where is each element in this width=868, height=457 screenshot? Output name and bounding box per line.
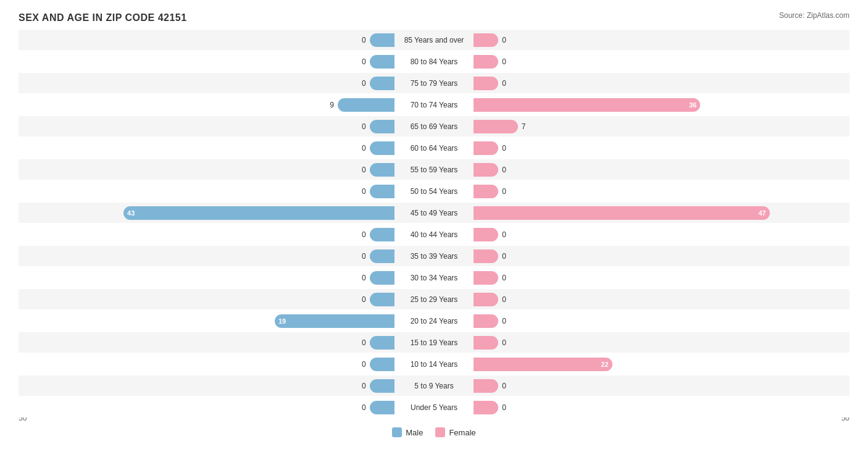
male-bar — [370, 55, 394, 69]
female-bar: 36 — [474, 98, 700, 112]
male-side: 0 — [19, 55, 397, 69]
female-side: 0 — [471, 33, 849, 47]
age-label: 5 to 9 Years — [397, 382, 472, 390]
chart-row: 055 to 59 Years0 — [19, 159, 849, 180]
chart-row: 015 to 19 Years0 — [19, 332, 849, 353]
female-value-outside: 0 — [502, 295, 506, 304]
female-bar — [474, 55, 498, 69]
chart-row: 010 to 14 Years22 — [19, 354, 849, 374]
age-label: 70 to 74 Years — [397, 101, 472, 109]
female-side: 0 — [471, 228, 849, 241]
male-value-outside: 0 — [362, 187, 366, 196]
male-value-outside: 0 — [362, 360, 366, 369]
male-value-outside: 0 — [362, 57, 366, 66]
male-bar — [370, 401, 394, 414]
female-side: 0 — [471, 55, 849, 69]
chart-title: SEX AND AGE IN ZIP CODE 42151 — [19, 12, 849, 23]
female-value: 22 — [601, 361, 608, 368]
female-side: 0 — [471, 336, 849, 350]
male-side: 0 — [19, 401, 397, 414]
chart-area: 085 Years and over0080 to 84 Years0075 t… — [19, 30, 849, 413]
female-value-outside: 0 — [502, 403, 506, 412]
legend-female-box — [435, 427, 445, 437]
female-side: 0 — [471, 379, 849, 393]
male-value-outside: 0 — [362, 79, 366, 88]
chart-row: 970 to 74 Years36 — [19, 94, 849, 115]
male-value-outside: 0 — [362, 230, 366, 239]
male-bar: 19 — [275, 314, 394, 328]
age-label: Under 5 Years — [397, 403, 472, 412]
chart-row: 030 to 34 Years0 — [19, 267, 849, 288]
male-bar — [370, 271, 394, 285]
legend-male-box — [392, 427, 402, 437]
male-bar — [370, 293, 394, 306]
male-value: 43 — [127, 209, 135, 217]
female-bar — [474, 33, 498, 47]
male-side: 0 — [19, 336, 397, 350]
age-label: 45 to 49 Years — [397, 209, 472, 217]
age-label: 10 to 14 Years — [397, 360, 472, 369]
female-bar — [474, 163, 498, 177]
age-label: 20 to 24 Years — [397, 317, 472, 325]
female-bar — [474, 141, 498, 155]
female-bar — [474, 401, 498, 414]
male-value-outside: 0 — [362, 36, 366, 44]
source-label: Source: ZipAtlas.com — [779, 11, 849, 20]
chart-container: SEX AND AGE IN ZIP CODE 42151 Source: Zi… — [0, 0, 868, 457]
age-label: 85 Years and over — [397, 36, 472, 44]
female-value: 36 — [689, 101, 696, 109]
chart-row: 065 to 69 Years7 — [19, 116, 849, 136]
female-side: 0 — [471, 293, 849, 306]
female-bar — [474, 336, 498, 350]
male-bar — [370, 336, 394, 350]
male-bar — [370, 249, 394, 263]
male-bar — [338, 98, 394, 112]
chart-row: 050 to 54 Years0 — [19, 181, 849, 201]
female-bar — [474, 228, 498, 241]
female-value-outside: 0 — [502, 274, 506, 282]
legend: Male Female — [19, 427, 849, 437]
age-label: 35 to 39 Years — [397, 252, 472, 261]
chart-row: 025 to 29 Years0 — [19, 289, 849, 309]
male-value-outside: 9 — [330, 101, 334, 109]
age-label: 30 to 34 Years — [397, 274, 472, 282]
female-bar — [474, 271, 498, 285]
male-side: 0 — [19, 33, 397, 47]
male-side: 0 — [19, 379, 397, 393]
female-side: 0 — [471, 141, 849, 155]
male-side: 0 — [19, 163, 397, 177]
female-value: 47 — [758, 209, 766, 217]
female-bar — [474, 314, 498, 328]
female-value-outside: 0 — [502, 187, 506, 196]
female-value-outside: 0 — [502, 252, 506, 261]
male-bar — [370, 120, 394, 133]
male-value-outside: 0 — [362, 166, 366, 174]
male-side: 0 — [19, 77, 397, 90]
legend-female: Female — [435, 427, 475, 437]
female-value-outside: 0 — [502, 338, 506, 347]
male-bar — [370, 228, 394, 241]
age-label: 65 to 69 Years — [397, 122, 472, 131]
female-bar: 47 — [474, 206, 769, 220]
female-value-outside: 0 — [502, 144, 506, 153]
male-bar — [370, 358, 394, 371]
female-value-outside: 0 — [502, 230, 506, 239]
female-value-outside: 0 — [502, 166, 506, 174]
male-side: 0 — [19, 293, 397, 306]
male-bar — [370, 163, 394, 177]
male-side: 0 — [19, 358, 397, 371]
female-side: 0 — [471, 401, 849, 414]
female-side: 0 — [471, 271, 849, 285]
age-label: 80 to 84 Years — [397, 57, 472, 66]
age-label: 15 to 19 Years — [397, 338, 472, 347]
male-value-outside: 0 — [362, 144, 366, 153]
legend-male: Male — [392, 427, 423, 437]
male-side: 9 — [19, 98, 397, 112]
male-value: 19 — [278, 317, 286, 325]
female-side: 22 — [471, 358, 849, 371]
female-side: 0 — [471, 77, 849, 90]
chart-row: 035 to 39 Years0 — [19, 246, 849, 266]
female-side: 47 — [471, 206, 849, 220]
male-value-outside: 0 — [362, 338, 366, 347]
male-value-outside: 0 — [362, 122, 366, 131]
